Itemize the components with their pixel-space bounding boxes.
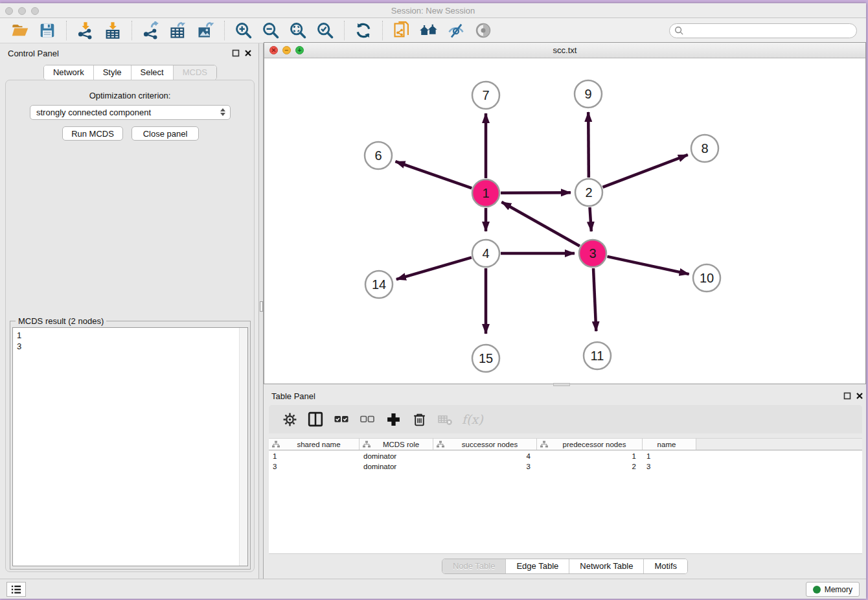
graph-edge-3-10[interactable] <box>607 257 689 274</box>
import-table-icon[interactable] <box>103 21 122 40</box>
close-panel-icon[interactable] <box>244 49 252 57</box>
zoom-fit-icon[interactable] <box>288 21 308 40</box>
graph-edge-1-6[interactable] <box>395 161 472 188</box>
svg-text:6: 6 <box>374 148 382 163</box>
optimization-criterion-label: Optimization criterion: <box>6 91 254 100</box>
tab-motifs[interactable]: Motifs <box>643 559 687 573</box>
column-header-name[interactable]: name <box>643 439 696 450</box>
vertical-splitter[interactable] <box>258 43 264 579</box>
export-table-icon[interactable] <box>168 21 188 40</box>
network-frame-titlebar[interactable]: ✕ − + scc.txt <box>264 43 865 58</box>
table-cell[interactable]: dominator <box>360 461 433 472</box>
table-row[interactable]: 1dominator411 <box>269 451 862 461</box>
main-titlebar: Session: New Session <box>0 3 866 18</box>
main-toolbar <box>0 18 866 43</box>
graph-edge-1-2[interactable] <box>501 192 571 193</box>
task-history-button[interactable] <box>6 582 26 597</box>
memory-button[interactable]: Memory <box>806 582 860 597</box>
zoom-out-icon[interactable] <box>261 21 280 40</box>
export-image-icon[interactable] <box>196 21 215 40</box>
tab-edge-table[interactable]: Edge Table <box>505 559 569 573</box>
graph-node-6[interactable]: 6 <box>365 142 392 169</box>
run-mcds-button[interactable]: Run MCDS <box>62 126 123 141</box>
show-network-eye-icon[interactable] <box>474 21 493 40</box>
toolbar-separator <box>344 21 345 40</box>
column-header-shared-name[interactable]: shared name <box>269 439 360 450</box>
splitter-handle[interactable] <box>260 301 263 312</box>
search-input[interactable] <box>687 26 856 35</box>
export-network-icon[interactable] <box>141 21 161 40</box>
table-cell[interactable]: 1 <box>537 451 643 461</box>
table-cell[interactable]: 1 <box>643 451 696 461</box>
mcds-result-textarea[interactable]: 1 3 <box>12 327 248 566</box>
search-box[interactable] <box>669 23 857 38</box>
graph-node-1[interactable]: 1 <box>472 179 499 207</box>
tab-node-table[interactable]: Node Table <box>442 559 506 573</box>
unselect-all-columns-icon[interactable] <box>359 411 376 428</box>
zoom-in-icon[interactable] <box>234 21 253 40</box>
criterion-value: strongly connected component <box>36 108 151 117</box>
table-cell[interactable]: 3 <box>643 461 696 472</box>
hide-network-eye-icon[interactable] <box>446 21 466 40</box>
graph-node-15[interactable]: 15 <box>472 345 499 372</box>
tab-mcds[interactable]: MCDS <box>173 65 216 80</box>
show-columns-icon[interactable] <box>307 411 324 428</box>
table-cell[interactable]: 3 <box>433 461 537 472</box>
svg-text:7: 7 <box>482 88 489 102</box>
status-bar: Memory <box>0 579 866 599</box>
graph-node-3[interactable]: 3 <box>579 240 606 267</box>
table-cell[interactable]: 3 <box>269 461 360 472</box>
graph-node-7[interactable]: 7 <box>472 82 499 109</box>
svg-text:1: 1 <box>482 186 489 200</box>
graph-node-8[interactable]: 8 <box>691 135 718 162</box>
graph-edge-3-11[interactable] <box>593 268 596 331</box>
table-row[interactable]: 3dominator323 <box>269 461 862 472</box>
close-panel-button[interactable]: Close panel <box>131 126 199 141</box>
svg-text:14: 14 <box>372 277 386 292</box>
graph-node-10[interactable]: 10 <box>693 264 720 292</box>
table-cell[interactable]: 4 <box>433 451 537 461</box>
toolbar-separator <box>224 21 225 40</box>
graph-edge-3-1[interactable] <box>501 202 580 246</box>
graph-node-11[interactable]: 11 <box>584 342 611 369</box>
tab-select[interactable]: Select <box>131 65 173 80</box>
clone-network-icon[interactable] <box>392 21 411 40</box>
refresh-layout-icon[interactable] <box>354 21 373 40</box>
tab-network-table[interactable]: Network Table <box>569 559 643 573</box>
mcds-result-groupbox: MCDS result (2 nodes) 1 3 <box>10 321 251 570</box>
result-scrollbar[interactable] <box>239 328 247 566</box>
graph-node-4[interactable]: 4 <box>472 240 499 267</box>
close-table-panel-icon[interactable] <box>856 392 863 400</box>
column-header-successor-nodes[interactable]: successor nodes <box>433 439 537 450</box>
table-cell[interactable]: dominator <box>360 451 433 461</box>
column-header-predecessor-nodes[interactable]: predecessor nodes <box>537 439 643 450</box>
criterion-dropdown[interactable]: strongly connected component <box>30 105 231 120</box>
column-header-MCDS-role[interactable]: MCDS role <box>360 439 433 450</box>
graph-node-2[interactable]: 2 <box>575 179 602 206</box>
delete-table-icon <box>437 411 453 428</box>
table-cell[interactable]: 1 <box>269 451 360 461</box>
tab-network[interactable]: Network <box>44 65 93 80</box>
delete-columns-trash-icon[interactable] <box>411 411 428 428</box>
add-column-icon[interactable] <box>385 411 402 428</box>
table-options-gear-icon[interactable] <box>281 411 298 428</box>
tab-style[interactable]: Style <box>93 65 131 80</box>
home-views-icon[interactable] <box>419 21 439 40</box>
save-icon[interactable] <box>38 21 57 40</box>
import-network-icon[interactable] <box>76 21 95 40</box>
open-folder-icon[interactable] <box>10 21 30 40</box>
table-cell[interactable]: 2 <box>537 461 643 472</box>
select-all-columns-icon[interactable] <box>333 411 350 428</box>
graph-edge-2-8[interactable] <box>603 155 688 187</box>
graph-node-14[interactable]: 14 <box>365 271 393 298</box>
svg-text:11: 11 <box>591 349 604 363</box>
graph-node-9[interactable]: 9 <box>575 80 602 108</box>
graph-edge-2-3[interactable] <box>589 207 591 231</box>
float-panel-icon[interactable] <box>232 49 240 57</box>
control-panel: Control Panel Network Style Select MCDS … <box>0 43 260 579</box>
zoom-selected-icon[interactable] <box>315 21 335 40</box>
graph-edge-2-9[interactable] <box>588 112 589 178</box>
float-table-panel-icon[interactable] <box>843 392 851 400</box>
graph-edge-4-14[interactable] <box>396 257 472 279</box>
network-canvas[interactable]: 7968124314101511 <box>264 58 865 384</box>
